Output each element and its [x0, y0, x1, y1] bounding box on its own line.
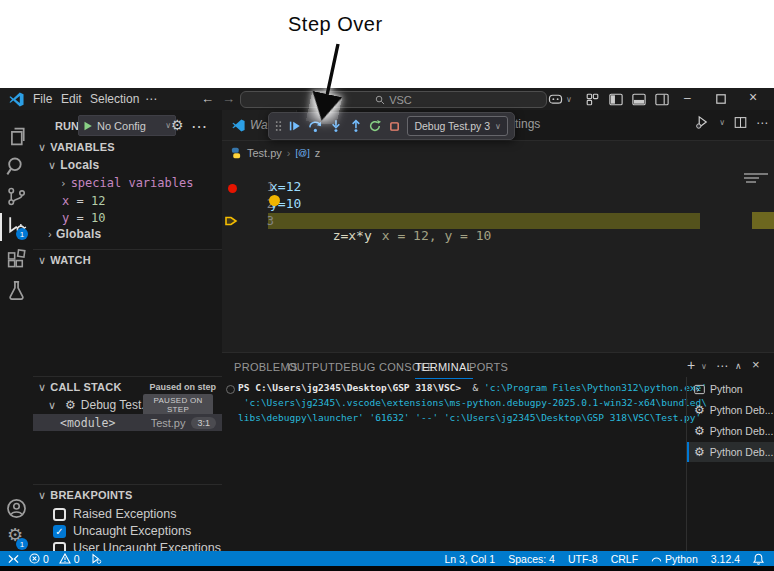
close-panel-icon[interactable]: × — [752, 357, 760, 372]
eol-sequence[interactable]: CRLF — [611, 553, 638, 565]
call-stack-section-header[interactable]: ∨CALL STACK — [38, 381, 122, 394]
cursor-position[interactable]: Ln 3, Col 1 — [444, 553, 495, 565]
search-box[interactable]: VSC — [240, 91, 547, 108]
maximize-icon[interactable] — [716, 94, 726, 104]
breadcrumb-symbol[interactable]: z — [315, 147, 321, 159]
new-terminal-icon[interactable]: + — [687, 357, 695, 373]
search-icon — [375, 95, 385, 105]
debug-session-dropdown[interactable]: Debug Test.py 3 ∨ — [407, 116, 508, 136]
paused-badge: PAUSED ON STEP — [143, 394, 213, 416]
restart-icon[interactable] — [368, 118, 382, 134]
minimap-text-mark — [744, 173, 768, 175]
errors-indicator[interactable]: 0 — [29, 553, 49, 565]
code-line-1[interactable]: x=12 — [270, 179, 301, 194]
breakpoint-label: Uncaught Exceptions — [73, 524, 191, 538]
python-version[interactable]: 3.12.4 — [711, 553, 740, 565]
menu-more-icon[interactable]: ⋯ — [145, 92, 157, 106]
debug-settings-gear-icon[interactable]: ⚙ — [171, 117, 184, 133]
continue-icon[interactable] — [288, 118, 302, 134]
debug-badge: 1 — [16, 228, 28, 240]
notifications-bell-icon[interactable] — [753, 553, 764, 565]
language-mode[interactable]: Python — [651, 553, 698, 565]
code-line-3[interactable]: z=x*yx = 12, y = 10 — [270, 213, 491, 258]
minimize-icon[interactable]: – — [684, 91, 691, 105]
vscode-file-icon — [232, 119, 245, 132]
titlebar: File Edit Selection ⋯ ← → VSC ∨ – × — [0, 88, 774, 111]
run-chevron-icon[interactable]: ∨ — [719, 118, 725, 127]
toggle-secondary-sidebar-icon[interactable] — [655, 93, 669, 106]
breakpoints-section-header[interactable]: ∨BREAKPOINTS — [38, 489, 133, 502]
python-file-icon — [230, 147, 242, 159]
remote-indicator-icon[interactable] — [8, 554, 19, 564]
locals-scope[interactable]: ∨Locals — [48, 158, 99, 172]
inline-debug-values: x = 12, y = 10 — [382, 228, 492, 243]
testing-icon[interactable] — [6, 280, 27, 301]
indentation[interactable]: Spaces: 4 — [508, 553, 555, 565]
stack-frame-row[interactable]: <module> Test.py 3:1 — [33, 414, 222, 431]
debug-status-icon[interactable] — [90, 553, 102, 565]
step-out-icon[interactable] — [349, 118, 363, 134]
stop-icon[interactable] — [388, 119, 401, 134]
panel-more-icon[interactable]: ⋯ — [716, 359, 728, 373]
debug-session-row[interactable]: ∨ ⚙ Debug Test... PAUSED ON STEP — [48, 398, 151, 412]
search-view-icon[interactable] — [6, 156, 27, 177]
toggle-panel-icon[interactable] — [632, 93, 646, 106]
frame-position-badge: 3:1 — [191, 417, 216, 429]
launch-config-dropdown[interactable]: No Config ∨ — [78, 115, 176, 136]
terminal-item-label: Python — [710, 383, 743, 395]
language-arc-icon — [651, 556, 662, 562]
encoding[interactable]: UTF-8 — [568, 553, 598, 565]
terminal-list-item-debug1[interactable]: ⚙ Python Deb... — [687, 400, 774, 420]
breakpoint-row-uncaught[interactable]: ✓ Uncaught Exceptions — [53, 523, 191, 539]
extensions-icon[interactable] — [6, 249, 27, 270]
back-icon[interactable]: ← — [201, 91, 214, 106]
toggle-sidebar-icon[interactable] — [609, 93, 623, 106]
watch-section-header[interactable]: ∨WATCH — [38, 254, 91, 267]
menu-selection[interactable]: Selection — [90, 92, 139, 106]
minimap-highlight — [752, 212, 774, 229]
breakpoint-glyph[interactable] — [228, 184, 237, 193]
status-bar: 0 0 Ln 3, Col 1 Spaces: 4 UTF-8 CRLF Pyt… — [0, 551, 774, 566]
copilot-chevron-icon[interactable]: ∨ — [566, 95, 572, 104]
source-control-icon[interactable] — [6, 186, 27, 207]
menu-edit[interactable]: Edit — [61, 92, 82, 106]
terminal-dropdown-icon[interactable]: ∨ — [701, 362, 707, 371]
minimap-text-mark — [746, 181, 756, 183]
copilot-icon[interactable] — [548, 92, 563, 105]
step-into-icon[interactable] — [329, 118, 343, 134]
debugpy-gear-icon: ⚙ — [694, 424, 705, 438]
warnings-indicator[interactable]: 0 — [59, 553, 80, 565]
start-debug-icon[interactable] — [83, 121, 93, 131]
variable-x[interactable]: x = 12 — [62, 194, 105, 208]
variables-section-header[interactable]: ∨VARIABLES — [38, 141, 115, 154]
variable-y[interactable]: y = 10 — [62, 211, 105, 225]
breakpoint-row-raised[interactable]: Raised Exceptions — [53, 506, 177, 522]
customize-layout-icon[interactable] — [586, 93, 599, 106]
close-window-icon[interactable]: × — [749, 89, 757, 105]
tab-output[interactable]: OUTPUT — [288, 361, 335, 373]
terminal-list-item-debug3-selected[interactable]: ⚙ Python Deb... — [687, 442, 774, 462]
globals-scope[interactable]: ›Globals — [48, 227, 101, 241]
views-more-icon[interactable]: ⋯ — [191, 117, 207, 136]
breadcrumb[interactable]: Test.py › [@] z — [230, 144, 320, 162]
run-debug-sidebar: RUN... No Config ∨ ⚙ ⋯ ∨VARIABLES ∨Local… — [33, 110, 223, 551]
account-icon[interactable] — [6, 498, 27, 519]
editor-more-icon[interactable]: ⋯ — [756, 116, 768, 130]
special-variables-item[interactable]: ›special variables — [60, 176, 193, 190]
run-python-debug-icon[interactable] — [695, 115, 710, 130]
chevron-down-icon: ∨ — [38, 381, 46, 393]
checkbox-unchecked[interactable] — [53, 508, 66, 521]
toolbar-grip-icon[interactable] — [275, 119, 282, 133]
maximize-panel-icon[interactable]: ∧ — [735, 361, 742, 371]
explorer-icon[interactable] — [6, 126, 27, 147]
tab-ports[interactable]: PORTS — [469, 361, 508, 373]
terminal-list-item-debug2[interactable]: ⚙ Python Deb... — [687, 421, 774, 441]
split-editor-icon[interactable] — [734, 116, 747, 129]
step-over-icon[interactable] — [308, 118, 323, 134]
tab-terminal[interactable]: TERMINAL — [415, 361, 473, 379]
breadcrumb-file[interactable]: Test.py — [247, 147, 282, 159]
forward-icon[interactable]: → — [222, 91, 235, 106]
menu-file[interactable]: File — [33, 92, 52, 106]
checkbox-checked[interactable]: ✓ — [53, 525, 66, 538]
terminal-list-item-python[interactable]: Python — [687, 379, 774, 399]
